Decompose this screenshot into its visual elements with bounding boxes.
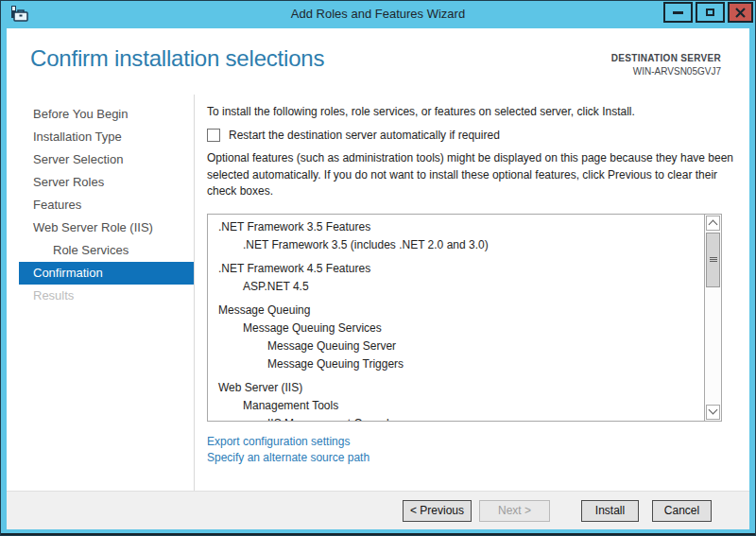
sidebar-item-role-services[interactable]: Role Services bbox=[7, 239, 194, 262]
selection-item[interactable]: Message Queuing Services bbox=[208, 320, 704, 337]
selection-item-clipped[interactable]: IIS Management Console bbox=[208, 415, 704, 421]
selection-item[interactable]: Web Server (IIS) bbox=[208, 379, 704, 397]
selection-item[interactable]: Message Queuing Server bbox=[208, 337, 704, 355]
scroll-down-button[interactable] bbox=[706, 405, 720, 420]
restart-checkbox[interactable] bbox=[207, 129, 220, 142]
selection-rows: .NET Framework 3.5 Features .NET Framewo… bbox=[208, 215, 704, 421]
wizard-steps-sidebar: Before You Begin Installation Type Serve… bbox=[7, 95, 195, 491]
selection-item[interactable]: ASP.NET 4.5 bbox=[208, 278, 704, 296]
selection-item[interactable]: .NET Framework 3.5 Features bbox=[208, 218, 704, 236]
destination-server-block: DESTINATION SERVER WIN-ARVSN05GVJ7 bbox=[611, 53, 721, 77]
restart-checkbox-label[interactable]: Restart the destination server automatic… bbox=[229, 129, 500, 142]
destination-server-label: DESTINATION SERVER bbox=[611, 53, 721, 63]
cancel-button[interactable]: Cancel bbox=[652, 500, 712, 522]
sidebar-item-before-you-begin[interactable]: Before You Begin bbox=[7, 103, 194, 126]
destination-server-name: WIN-ARVSN05GVJ7 bbox=[611, 66, 721, 77]
close-icon bbox=[735, 8, 746, 18]
wizard-window: Add Roles and Features Wizard Confirm in… bbox=[0, 0, 756, 536]
wizard-header: Confirm installation selections DESTINAT… bbox=[7, 28, 749, 95]
titlebar: Add Roles and Features Wizard bbox=[0, 0, 756, 28]
selection-item[interactable]: Message Queuing bbox=[208, 302, 704, 320]
export-configuration-link[interactable]: Export configuration settings bbox=[207, 434, 749, 450]
maximize-button[interactable] bbox=[696, 2, 725, 23]
scrollbar-grip-icon bbox=[710, 257, 717, 262]
confirmation-content: To install the following roles, role ser… bbox=[195, 95, 749, 491]
install-button[interactable]: Install bbox=[581, 500, 639, 522]
sidebar-item-confirmation[interactable]: Confirmation bbox=[19, 262, 194, 285]
page-title: Confirm installation selections bbox=[30, 45, 324, 72]
window-title: Add Roles and Features Wizard bbox=[0, 0, 756, 28]
minimize-button[interactable] bbox=[663, 2, 693, 23]
sidebar-item-installation-type[interactable]: Installation Type bbox=[7, 126, 194, 148]
selection-item[interactable]: .NET Framework 4.5 Features bbox=[208, 260, 704, 278]
chevron-down-icon bbox=[709, 406, 718, 415]
wizard-panel: Confirm installation selections DESTINAT… bbox=[7, 28, 749, 529]
previous-button[interactable]: < Previous bbox=[403, 500, 472, 522]
next-button[interactable]: Next > bbox=[479, 500, 550, 522]
optional-features-note: Optional features (such as administratio… bbox=[207, 150, 736, 200]
close-button[interactable] bbox=[728, 2, 753, 23]
sidebar-item-web-server-role-iis[interactable]: Web Server Role (IIS) bbox=[7, 216, 194, 239]
sidebar-item-server-roles[interactable]: Server Roles bbox=[7, 171, 194, 194]
intro-text: To install the following roles, role ser… bbox=[207, 104, 749, 119]
sidebar-item-results: Results bbox=[7, 285, 194, 307]
selection-listbox[interactable]: .NET Framework 3.5 Features .NET Framewo… bbox=[207, 214, 722, 422]
selection-item[interactable]: Message Queuing Triggers bbox=[208, 355, 704, 373]
minimize-icon bbox=[673, 11, 683, 14]
window-controls bbox=[663, 2, 753, 23]
alternate-source-path-link[interactable]: Specify an alternate source path bbox=[207, 450, 749, 466]
footer-links: Export configuration settings Specify an… bbox=[207, 434, 749, 466]
chevron-up-icon bbox=[709, 220, 718, 230]
selection-item[interactable]: Management Tools bbox=[208, 397, 704, 415]
scroll-up-button[interactable] bbox=[706, 216, 720, 231]
scrollbar-thumb[interactable] bbox=[706, 233, 720, 287]
restart-checkbox-row: Restart the destination server automatic… bbox=[207, 129, 749, 142]
maximize-icon bbox=[706, 9, 714, 16]
vertical-scrollbar[interactable] bbox=[704, 215, 721, 421]
sidebar-item-features[interactable]: Features bbox=[7, 194, 194, 216]
sidebar-item-server-selection[interactable]: Server Selection bbox=[7, 148, 194, 171]
selection-item[interactable]: .NET Framework 3.5 (includes .NET 2.0 an… bbox=[208, 236, 704, 254]
wizard-button-bar: < Previous Next > Install Cancel bbox=[7, 491, 749, 529]
